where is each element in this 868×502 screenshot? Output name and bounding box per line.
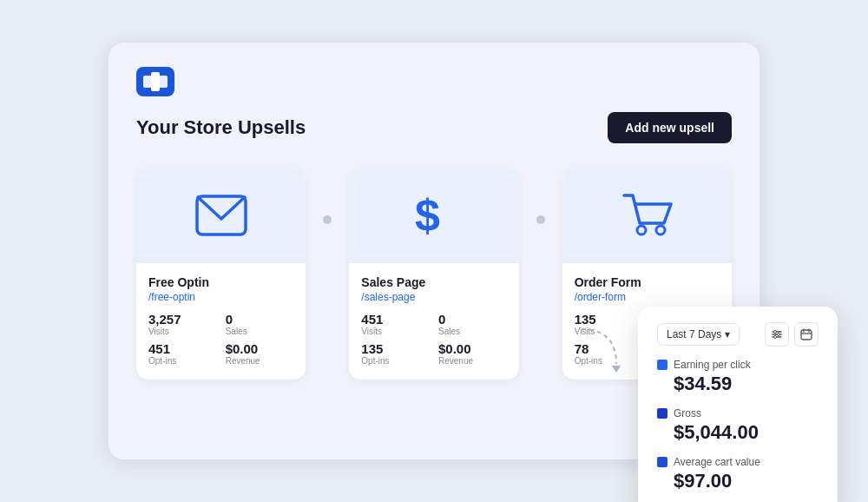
svg-rect-13 bbox=[801, 330, 812, 340]
stat-item: 3,257 Visits bbox=[148, 312, 217, 336]
stat-item: $0.00 Revenue bbox=[226, 341, 294, 366]
stat-item: 0 Sales bbox=[226, 312, 294, 336]
svg-rect-1 bbox=[151, 72, 160, 91]
funnel-card-sales-page[interactable]: $ Sales Page /sales-page 451 Visits 0 Sa… bbox=[349, 168, 518, 380]
funnel-slug: /order-form bbox=[575, 291, 720, 303]
svg-rect-2 bbox=[159, 76, 168, 88]
metric-label: Earning per click bbox=[657, 359, 819, 371]
metric-item: Average cart value $97.00 bbox=[657, 456, 819, 492]
svg-point-12 bbox=[774, 336, 777, 339]
metric-label: Gross bbox=[657, 407, 819, 419]
metric-color-dot bbox=[657, 457, 667, 467]
filter-icon-button[interactable] bbox=[765, 322, 789, 347]
stat-item: 451 Opt-ins bbox=[148, 341, 217, 366]
funnel-card-free-optin[interactable]: Free Optin /free-optin 3,257 Visits 0 Sa… bbox=[136, 168, 306, 380]
svg-point-11 bbox=[778, 334, 780, 336]
metric-item: Earning per click $34.59 bbox=[657, 359, 819, 395]
page-header: Your Store Upsells Add new upsell bbox=[136, 112, 732, 143]
metric-value: $97.00 bbox=[657, 470, 819, 492]
svg-point-10 bbox=[774, 331, 777, 334]
metric-item: Gross $5,044.00 bbox=[657, 407, 819, 444]
metrics-list: Earning per click $34.59 Gross $5,044.00… bbox=[657, 359, 819, 492]
metric-value: $34.59 bbox=[657, 373, 819, 395]
connector-dot bbox=[536, 215, 545, 224]
metric-value: $5,044.00 bbox=[657, 421, 819, 444]
date-filter-label: Last 7 Days bbox=[667, 328, 721, 340]
funnel-icon-area: $ bbox=[349, 168, 518, 263]
svg-point-5 bbox=[637, 226, 646, 234]
funnel-icon-area bbox=[136, 168, 306, 263]
connector-dot bbox=[323, 215, 332, 224]
stat-item: $0.00 Revenue bbox=[438, 341, 507, 366]
stats-overlay-header: Last 7 Days ▾ bbox=[657, 322, 819, 347]
stat-item: 135 Opt-ins bbox=[361, 341, 430, 366]
filter-icon-group bbox=[765, 322, 819, 347]
chevron-down-icon: ▾ bbox=[725, 328, 730, 340]
metric-color-dot bbox=[657, 408, 667, 419]
funnel-slug: /free-optin bbox=[148, 291, 293, 303]
metric-color-dot bbox=[657, 360, 667, 370]
svg-text:$: $ bbox=[415, 190, 440, 241]
funnel-name: Sales Page bbox=[361, 275, 506, 289]
app-logo bbox=[136, 67, 174, 96]
metric-label: Average cart value bbox=[657, 456, 819, 468]
calendar-icon-button[interactable] bbox=[794, 322, 819, 347]
page-title: Your Store Upsells bbox=[136, 116, 306, 139]
funnel-name: Free Optin bbox=[148, 275, 293, 289]
funnel-stats: 3,257 Visits 0 Sales 451 Opt-ins $0.00 R… bbox=[148, 312, 293, 366]
funnel-name: Order Form bbox=[575, 275, 720, 289]
dashed-arrow-icon bbox=[573, 320, 625, 373]
date-filter-button[interactable]: Last 7 Days ▾ bbox=[657, 323, 740, 346]
funnel-stats: 451 Visits 0 Sales 135 Opt-ins $0.00 Rev… bbox=[361, 312, 506, 366]
svg-rect-0 bbox=[143, 76, 152, 88]
funnel-info: Free Optin /free-optin 3,257 Visits 0 Sa… bbox=[136, 263, 306, 366]
svg-point-6 bbox=[656, 226, 665, 234]
funnel-slug: /sales-page bbox=[361, 291, 506, 303]
main-card: Your Store Upsells Add new upsell Free O… bbox=[108, 43, 760, 459]
stat-item: 451 Visits bbox=[361, 312, 430, 336]
stat-item: 0 Sales bbox=[438, 312, 507, 336]
add-upsell-button[interactable]: Add new upsell bbox=[608, 112, 732, 143]
stats-overlay-card: Last 7 Days ▾ bbox=[638, 307, 838, 502]
funnel-icon-area bbox=[562, 168, 732, 263]
funnel-info: Sales Page /sales-page 451 Visits 0 Sale… bbox=[349, 263, 518, 366]
svg-marker-17 bbox=[612, 366, 621, 373]
